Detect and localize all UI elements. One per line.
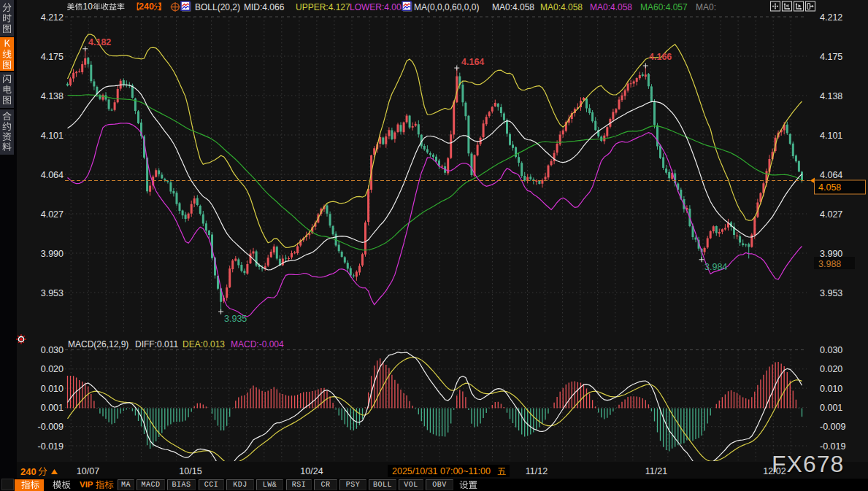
svg-text:MA0:4.058: MA0:4.058 bbox=[590, 2, 632, 12]
svg-text:VIP: VIP bbox=[80, 480, 93, 489]
svg-text:0.010: 0.010 bbox=[41, 384, 64, 394]
svg-text:4.138: 4.138 bbox=[820, 91, 842, 101]
svg-text:3.935: 3.935 bbox=[224, 314, 247, 324]
svg-text:DEA:0.013: DEA:0.013 bbox=[183, 339, 225, 349]
svg-text:4.212: 4.212 bbox=[41, 12, 64, 23]
svg-text:MA(0,0,0,60,0,0): MA(0,0,0,60,0,0) bbox=[414, 2, 479, 12]
svg-text:10/07: 10/07 bbox=[77, 466, 99, 476]
svg-text:0.030: 0.030 bbox=[820, 345, 842, 355]
svg-text:11/21: 11/21 bbox=[645, 466, 667, 476]
svg-text:0.030: 0.030 bbox=[41, 345, 64, 355]
svg-text:UPPER:4.127: UPPER:4.127 bbox=[296, 2, 350, 12]
svg-text:240: 240 bbox=[20, 466, 37, 477]
svg-text:0.020: 0.020 bbox=[820, 364, 842, 374]
svg-text:MACD:-0.004: MACD:-0.004 bbox=[231, 339, 284, 349]
svg-text:4.064: 4.064 bbox=[820, 170, 842, 180]
svg-text:0.010: 0.010 bbox=[820, 384, 842, 394]
svg-text:240: 240 bbox=[139, 1, 154, 12]
svg-text:0.020: 0.020 bbox=[41, 364, 64, 374]
svg-text:2025/10/31 07:00~11:00: 2025/10/31 07:00~11:00 bbox=[392, 466, 491, 476]
svg-text:4.175: 4.175 bbox=[41, 52, 64, 62]
svg-text:LOWER:4.004: LOWER:4.004 bbox=[350, 2, 407, 12]
svg-text:MID:4.066: MID:4.066 bbox=[244, 2, 285, 12]
svg-text:-0.019: -0.019 bbox=[38, 441, 64, 452]
svg-text:12/02: 12/02 bbox=[763, 466, 786, 476]
svg-text:4.164: 4.164 bbox=[461, 57, 484, 67]
svg-text:3.984: 3.984 bbox=[704, 262, 727, 272]
svg-text:4.058: 4.058 bbox=[818, 182, 841, 193]
svg-text:10/15: 10/15 bbox=[179, 466, 201, 476]
svg-text:4.101: 4.101 bbox=[820, 131, 842, 141]
svg-text:MACD(26,12,9): MACD(26,12,9) bbox=[68, 339, 128, 349]
svg-text:0.001: 0.001 bbox=[41, 403, 64, 413]
svg-text:-0.019: -0.019 bbox=[820, 441, 845, 452]
svg-text:0.001: 0.001 bbox=[820, 403, 842, 413]
svg-text:4.175: 4.175 bbox=[820, 52, 842, 62]
svg-text:4.064: 4.064 bbox=[41, 170, 64, 180]
svg-text:4.027: 4.027 bbox=[820, 209, 842, 220]
svg-text:10: 10 bbox=[83, 1, 93, 12]
svg-text:11/12: 11/12 bbox=[526, 466, 548, 476]
svg-text:4.212: 4.212 bbox=[820, 12, 842, 23]
svg-text:4.138: 4.138 bbox=[41, 91, 64, 101]
svg-text:4.027: 4.027 bbox=[41, 209, 64, 220]
svg-text:3.990: 3.990 bbox=[41, 249, 64, 259]
svg-text:4.101: 4.101 bbox=[41, 131, 64, 141]
svg-text:-0.009: -0.009 bbox=[38, 422, 64, 432]
svg-text:MA60:4.057: MA60:4.057 bbox=[640, 2, 688, 12]
svg-text:3.953: 3.953 bbox=[820, 288, 842, 298]
svg-text:BOLL(20,2): BOLL(20,2) bbox=[195, 2, 240, 12]
svg-text:4.166: 4.166 bbox=[649, 52, 672, 62]
svg-text:4.182: 4.182 bbox=[88, 37, 111, 47]
svg-text:3.953: 3.953 bbox=[41, 288, 64, 298]
svg-text:MA0:4.058: MA0:4.058 bbox=[492, 2, 534, 12]
svg-text:10/24: 10/24 bbox=[300, 466, 323, 476]
svg-text:-0.009: -0.009 bbox=[820, 422, 845, 432]
svg-text:MA0:4.058: MA0:4.058 bbox=[540, 2, 583, 12]
svg-text:DIFF:0.011: DIFF:0.011 bbox=[135, 339, 178, 349]
svg-text:3.988: 3.988 bbox=[818, 259, 841, 269]
svg-text:MA0:: MA0: bbox=[696, 2, 716, 12]
